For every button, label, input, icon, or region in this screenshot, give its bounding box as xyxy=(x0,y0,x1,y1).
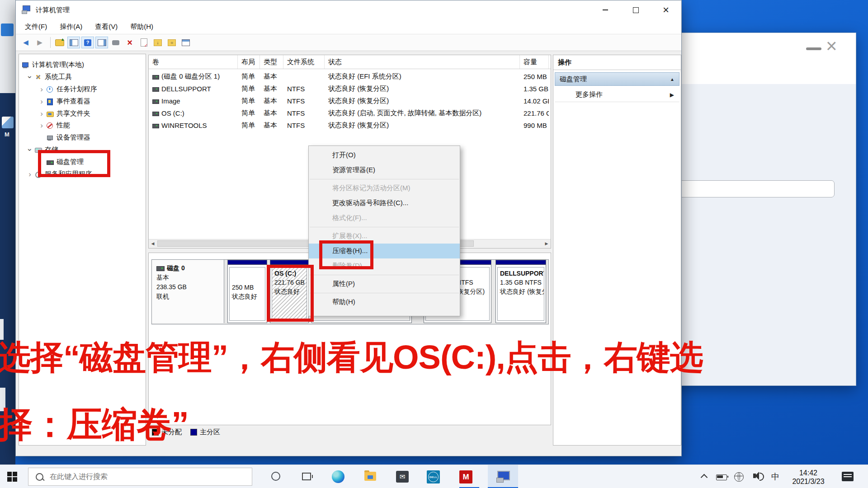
actions-pane: 操作 磁盘管理 ▲ 更多操作 ▶ xyxy=(553,55,681,446)
minimize-icon[interactable] xyxy=(806,47,821,50)
tree-item-event-viewer[interactable]: › 事件查看器 xyxy=(19,95,146,108)
partition-efi[interactable]: 250 MB 状态良好 xyxy=(227,260,267,323)
computer-management-taskbar-button[interactable] xyxy=(488,465,518,488)
mcafee-icon[interactable]: M xyxy=(459,470,472,483)
taskbar-search[interactable] xyxy=(28,468,252,486)
chevron-right-icon[interactable]: › xyxy=(26,170,33,178)
shared-folder-icon xyxy=(46,110,54,117)
menu-item-change-drive-letter[interactable]: 更改驱动器号和路径(C)... xyxy=(309,196,460,211)
table-row[interactable]: DELLSUPPORT 简单 基本 NTFS 状态良好 (恢复分区) 1.35 … xyxy=(149,83,551,95)
window-icon[interactable] xyxy=(179,37,192,48)
dell-icon[interactable]: DELL xyxy=(427,470,440,483)
menu-item-open[interactable]: 打开(O) xyxy=(309,148,460,163)
tray-date: 2021/3/23 xyxy=(780,477,836,486)
notification-center-icon[interactable] xyxy=(842,472,854,481)
disk-management-section[interactable]: 磁盘管理 ▲ xyxy=(555,72,679,86)
column-filesystem[interactable]: 文件系统 xyxy=(283,55,325,69)
speaker-icon[interactable] xyxy=(753,474,756,478)
tree-item-task-scheduler[interactable]: › 任务计划程序 xyxy=(19,83,146,95)
search-icon xyxy=(36,473,43,481)
collapse-icon[interactable]: ▲ xyxy=(670,77,675,82)
file-explorer-icon[interactable] xyxy=(364,472,376,481)
desktop-icon-label: M xyxy=(5,131,9,138)
tree-item-computer-management[interactable]: 计算机管理(本地) xyxy=(19,59,146,71)
volume-icon xyxy=(152,74,159,80)
table-row[interactable]: Image 简单 基本 NTFS 状态良好 (恢复分区) 14.02 GB xyxy=(149,95,551,107)
maximize-icon xyxy=(633,7,639,13)
table-row-os-c[interactable]: OS (C:) 简单 基本 NTFS 状态良好 (启动, 页面文件, 故障转储,… xyxy=(149,107,551,119)
tray-clock[interactable]: 14:42 2021/3/23 xyxy=(780,469,836,486)
title-bar[interactable]: 计算机管理 × xyxy=(16,0,681,19)
help-icon[interactable]: ? xyxy=(81,37,94,48)
chevron-down-icon[interactable]: › xyxy=(26,74,34,81)
menu-separator xyxy=(310,275,459,275)
menu-view[interactable]: 查看(V) xyxy=(89,23,124,31)
tool-icon[interactable] xyxy=(109,37,122,48)
delete-icon[interactable]: × xyxy=(123,37,136,48)
chevron-right-icon[interactable]: › xyxy=(38,98,45,105)
close-button[interactable]: × xyxy=(656,0,676,19)
highlight-box-shrink-volume xyxy=(319,240,373,269)
mail-icon[interactable]: ✉ xyxy=(396,471,409,483)
background-window[interactable]: × xyxy=(660,33,856,386)
column-layout[interactable]: 布局 xyxy=(238,55,260,69)
report-check-icon[interactable] xyxy=(137,37,150,48)
menu-file[interactable]: 文件(F) xyxy=(19,23,53,31)
action-pane-icon[interactable] xyxy=(95,37,108,48)
ime-indicator[interactable]: 中 xyxy=(771,471,779,482)
menu-item-properties[interactable]: 属性(P) xyxy=(309,277,460,291)
menu-help[interactable]: 帮助(H) xyxy=(124,23,160,31)
tree-item-performance[interactable]: › 性能 xyxy=(19,119,146,131)
tree-item-system-tools[interactable]: › 系统工具 xyxy=(19,71,146,83)
column-volume[interactable]: 卷 xyxy=(149,55,238,69)
chevron-right-icon[interactable]: › xyxy=(38,122,45,129)
tray-time: 14:42 xyxy=(780,469,836,477)
menu-item-explorer[interactable]: 资源管理器(E) xyxy=(309,163,460,178)
start-button[interactable] xyxy=(7,472,17,482)
import-icon[interactable]: ↓ xyxy=(151,37,164,48)
console-tree: 计算机管理(本地) › 系统工具 › 任务计划程序 › 事件查看器 › 共享文件… xyxy=(19,54,146,446)
partition-dellsupport[interactable]: DELLSUPPORT 1.35 GB NTFS 状态良好 (恢复分区) xyxy=(495,260,546,323)
column-capacity[interactable]: 容量 xyxy=(520,55,549,69)
chevron-right-icon[interactable]: › xyxy=(38,110,45,117)
table-row[interactable]: (磁盘 0 磁盘分区 1) 简单 基本 状态良好 (EFI 系统分区) 250 … xyxy=(149,70,551,83)
partial-desktop-icon[interactable] xyxy=(2,117,14,128)
network-icon[interactable] xyxy=(734,472,744,482)
tree-item-device-manager[interactable]: 设备管理器 xyxy=(19,131,146,144)
find-icon[interactable]: ○ xyxy=(165,37,178,48)
scroll-right-icon[interactable]: ▶ xyxy=(542,239,551,248)
chevron-right-icon[interactable]: › xyxy=(38,85,45,93)
menu-item-help[interactable]: 帮助(H) xyxy=(309,295,460,310)
console-tree-icon[interactable] xyxy=(67,37,80,48)
text-input[interactable] xyxy=(665,180,835,197)
menu-bar: 文件(F) 操作(A) 查看(V) 帮助(H) xyxy=(16,19,681,34)
cortana-icon[interactable] xyxy=(271,472,280,481)
scroll-left-icon[interactable]: ◀ xyxy=(149,239,157,248)
search-input[interactable] xyxy=(49,472,231,481)
menu-separator xyxy=(310,179,459,179)
column-type[interactable]: 类型 xyxy=(260,55,283,69)
chevron-down-icon[interactable]: › xyxy=(26,146,34,154)
volume-icon xyxy=(152,98,159,104)
window-title: 计算机管理 xyxy=(36,6,70,14)
disk-0-label[interactable]: 磁盘 0 基本 238.35 GB 联机 xyxy=(152,260,224,323)
menu-action[interactable]: 操作(A) xyxy=(53,23,89,31)
close-icon[interactable]: × xyxy=(826,37,837,56)
tray-chevron-icon[interactable] xyxy=(701,474,708,481)
more-actions[interactable]: 更多操作 ▶ xyxy=(555,88,679,102)
column-status[interactable]: 状态 xyxy=(325,55,520,69)
edge-icon[interactable] xyxy=(332,470,344,483)
table-row[interactable]: WINRETOOLS 简单 基本 NTFS 状态良好 (恢复分区) 990 MB xyxy=(149,119,551,131)
folder-up-icon[interactable] xyxy=(53,37,66,48)
maximize-button[interactable] xyxy=(625,0,646,19)
highlight-box-disk-management xyxy=(38,150,110,177)
minimize-button[interactable] xyxy=(595,0,616,19)
event-viewer-icon xyxy=(46,98,54,105)
battery-icon[interactable] xyxy=(716,474,727,480)
minimize-icon xyxy=(603,9,608,10)
forward-icon[interactable]: ▶ xyxy=(33,37,46,48)
tree-item-shared-folders[interactable]: › 共享文件夹 xyxy=(19,108,146,120)
task-view-icon[interactable] xyxy=(302,473,311,480)
toolbar-separator xyxy=(50,37,51,48)
back-icon[interactable]: ◀ xyxy=(19,37,32,48)
